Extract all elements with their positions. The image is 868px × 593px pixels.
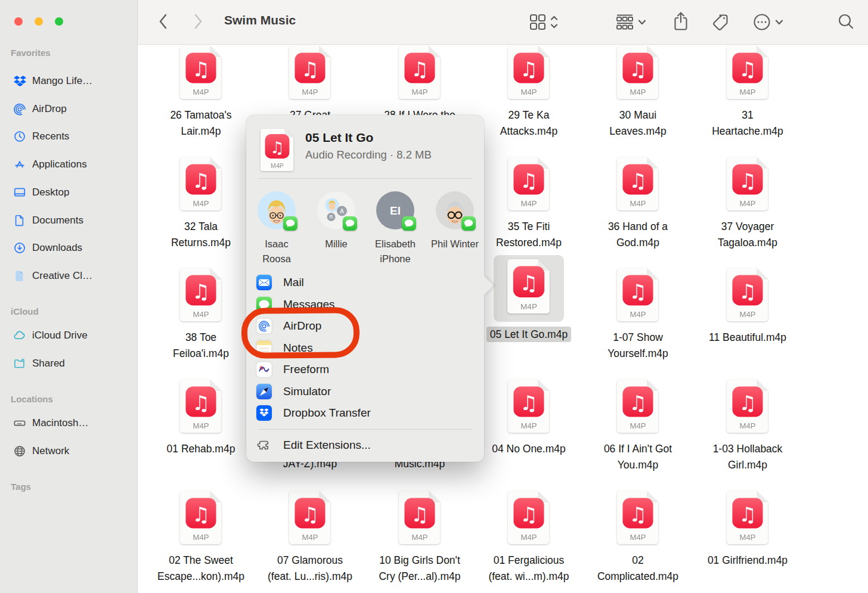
sidebar-item-macintosh[interactable]: Macintosh… (7, 414, 130, 433)
file-icon-m4p: ♫ M4P (474, 379, 584, 436)
file-name: Lair.m4p (146, 123, 256, 139)
file-item[interactable]: ♫ M4P38 ToeFeiloa'i.m4p (146, 268, 256, 362)
share-option-simulator[interactable]: Simulator (256, 381, 474, 403)
file-item[interactable]: ♫ M4P07 Glamorous(feat. Lu...ris).m4p (255, 490, 365, 585)
file-name: You.m4p (583, 457, 693, 473)
share-popover: ♫ M4P 05 Let It Go Audio Recording · 8.2… (246, 115, 484, 462)
sidebar-item-airdrop[interactable]: AirDrop (7, 100, 130, 119)
creative-cloud-file-icon (13, 269, 26, 282)
file-icon-m4p: ♫ M4P (474, 45, 584, 102)
share-contact-millie[interactable]: AR Millie (306, 191, 366, 252)
svg-text:♫: ♫ (192, 502, 210, 526)
dropbox-icon (13, 74, 26, 88)
sidebar-item-network[interactable]: Network (7, 442, 130, 461)
sidebar-item-documents[interactable]: Documents (7, 211, 130, 230)
file-name: Feiloa'i.m4p (146, 346, 256, 362)
minimize-window-button[interactable] (35, 17, 43, 26)
file-item[interactable]: ♫ M4P35 Te FitiRestored.m4p (474, 157, 584, 251)
sidebar-item-desktop[interactable]: Desktop (7, 183, 130, 202)
file-item[interactable]: ♫ M4P06 If I Ain't GotYou.m4p (583, 379, 693, 473)
sidebar-item-recents[interactable]: Recents (7, 127, 130, 146)
share-option-label: Mail (283, 276, 304, 289)
file-item[interactable]: ♫ M4P29 Te KaAttacks.m4p (474, 45, 584, 139)
svg-text:EI: EI (390, 204, 401, 217)
svg-text:♫: ♫ (629, 169, 647, 193)
file-item[interactable]: ♫ M4P30 MauiLeaves.m4p (583, 45, 693, 139)
file-item[interactable]: ♫ M4P02Complicated.m4p (583, 490, 693, 585)
file-icon-m4p: ♫ M4P (365, 490, 475, 547)
group-by-button[interactable] (615, 13, 646, 31)
file-item[interactable]: ♫ M4P11 Beautiful.m4p (693, 268, 802, 346)
file-item[interactable]: ♫ M4P1-03 HollabackGirl.m4p (693, 379, 802, 473)
file-icon-m4p: ♫ M4P (146, 45, 256, 102)
file-item[interactable]: ♫ M4P32 TalaReturns.m4p (146, 157, 256, 251)
svg-text:♫: ♫ (519, 271, 538, 295)
sidebar-item-applications[interactable]: Applications (7, 155, 130, 174)
file-item[interactable]: ♫ M4P01 Fergalicious(feat. wi...m).m4p (474, 490, 584, 585)
file-name: 37 Voyager (693, 219, 802, 235)
file-item[interactable]: ♫ M4P26 Tamatoa'sLair.m4p (146, 45, 256, 139)
share-contact-isaac-roosa[interactable]: IsaacRoosa (247, 191, 306, 266)
file-item[interactable]: ♫ M4P36 Hand of aGod.m4p (583, 157, 693, 251)
svg-text:M4P: M4P (739, 533, 755, 542)
file-name: 35 Te Fiti (474, 219, 584, 235)
applications-icon (13, 158, 26, 171)
share-button[interactable] (672, 11, 689, 32)
file-icon-m4p: ♫ M4P (255, 45, 365, 102)
sidebar-item-mango-life[interactable]: Mango Life… (7, 72, 130, 91)
svg-text:M4P: M4P (271, 162, 284, 169)
sidebar-item-downloads[interactable]: Downloads (7, 238, 130, 257)
svg-text:♫: ♫ (192, 57, 210, 81)
svg-text:M4P: M4P (193, 533, 209, 542)
search-button[interactable] (837, 13, 855, 30)
sidebar-item-label: Macintosh… (32, 417, 88, 429)
file-name: 01 Girlfriend.m4p (693, 552, 802, 569)
file-item[interactable]: ♫ M4P27 Great (255, 45, 365, 123)
share-contact-phil-winter[interactable]: Phil Winter (425, 191, 485, 252)
svg-text:♫: ♫ (192, 169, 210, 193)
file-item[interactable]: ♫ M4P01 Rehab.m4p (146, 379, 256, 457)
file-icon-m4p: ♫ M4P (583, 268, 693, 324)
file-item[interactable]: ♫ M4P10 Big Girls Don'tCry (Per...al).m4… (365, 490, 475, 585)
file-item[interactable]: ♫ M4P1-07 ShowYourself.m4p (583, 268, 693, 362)
file-icon-m4p: ♫ M4P (146, 490, 256, 547)
sidebar-item-creative-cl[interactable]: Creative Cl… (7, 266, 130, 285)
svg-text:♫: ♫ (629, 280, 647, 303)
avatar: EI (376, 191, 414, 229)
file-icon-m4p: ♫ M4P (146, 379, 256, 436)
share-option-mail[interactable]: Mail (256, 272, 474, 294)
zoom-window-button[interactable] (55, 17, 63, 26)
back-button[interactable] (159, 14, 167, 29)
svg-text:♫: ♫ (629, 502, 647, 526)
file-item[interactable]: ♫ M4P28 If I Were the (365, 45, 475, 123)
messages-badge-icon (461, 216, 476, 231)
file-name: Cry (Per...al).m4p (365, 569, 475, 585)
svg-text:♫: ♫ (739, 57, 757, 81)
file-item[interactable]: ♫ M4P04 No One.m4p (474, 379, 584, 457)
close-window-button[interactable] (14, 17, 23, 26)
sidebar-item-icloud-drive[interactable]: iCloud Drive (7, 326, 130, 345)
mail-app-icon (256, 275, 272, 290)
contact-name: Elisabeth (365, 237, 425, 252)
file-icon-m4p: ♫ M4P (693, 157, 802, 213)
share-option-dropbox-transfer[interactable]: Dropbox Transfer (256, 402, 474, 424)
forward-button[interactable] (194, 14, 203, 29)
view-as-icons-button[interactable] (529, 13, 558, 31)
sidebar-item-shared[interactable]: Shared (7, 354, 130, 373)
edit-extensions-button[interactable]: Edit Extensions... (256, 434, 474, 456)
share-contact-elisabeth-iphone[interactable]: EI ElisabethiPhone (365, 191, 425, 266)
file-item[interactable]: ♫ M4P02 The SweetEscape...kon).m4p (146, 490, 256, 585)
toolbar: Swim Music (137, 0, 868, 45)
file-item[interactable]: ♫ M4P31Heartache.m4p (693, 45, 802, 139)
tags-button[interactable] (711, 12, 731, 32)
file-name: 32 Tala (146, 219, 256, 235)
file-item[interactable]: ♫ M4P 05 Let It Go.m4p (474, 255, 584, 342)
recents-clock-icon (13, 130, 26, 143)
contact-name: Phil Winter (425, 237, 485, 252)
file-item[interactable]: ♫ M4P01 Girlfriend.m4p (693, 490, 802, 569)
chevron-down-icon (775, 19, 783, 25)
file-item[interactable]: ♫ M4P37 VoyagerTagaloa.m4p (693, 157, 802, 251)
annotation-circle-airdrop (241, 307, 360, 359)
more-actions-button[interactable] (752, 13, 783, 32)
share-option-freeform[interactable]: Freeform (256, 359, 474, 381)
